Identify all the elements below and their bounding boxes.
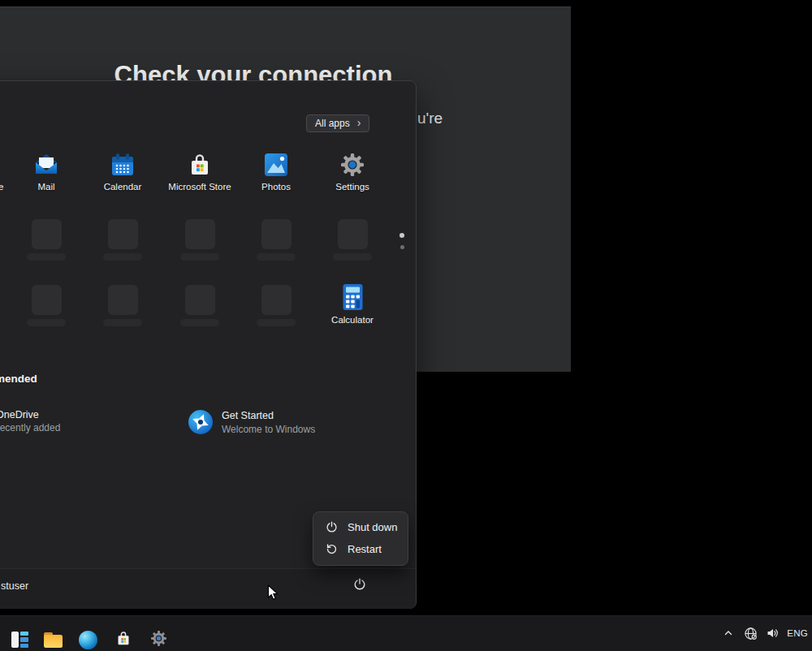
get-started-compass-icon [188,409,214,435]
app-label: Photos [240,182,313,192]
volume-icon[interactable] [765,626,780,640]
recommended-item-get-started[interactable]: Get Started Welcome to Windows [188,409,315,435]
loading-app-tile [10,285,83,326]
start-menu-bottom-bar: stuser [0,568,416,609]
power-icon [324,520,339,535]
pinned-app-settings[interactable]: Settings [316,151,389,192]
pinned-app-photos[interactable]: Photos [240,151,313,192]
clipped-app-label: e [0,182,3,192]
loading-app-tile [10,219,83,261]
loading-app-tile [316,219,389,261]
loading-app-tile [86,285,159,326]
connection-error-text-fragment: u're [417,110,443,127]
recommended-item-title: Get Started [222,410,315,421]
recommended-item-subtitle: Welcome to Windows [222,424,315,435]
page-dot[interactable] [400,245,404,249]
recommended-item-onedrive-title[interactable]: OneDrive [0,409,39,420]
pinned-app-microsoft-store[interactable]: Microsoft Store [163,151,236,192]
calendar-icon [109,151,136,179]
settings-taskbar-button[interactable] [149,630,168,649]
all-apps-label: All apps [315,118,350,129]
taskbar-tray: ENG [721,615,810,651]
restart-icon [324,542,339,557]
page-dot-active[interactable] [400,233,404,238]
network-no-internet-icon[interactable] [743,626,758,640]
start-button[interactable] [10,630,29,649]
store-icon [186,151,214,179]
mail-icon [32,151,60,179]
loading-app-tile [240,285,313,326]
desktop: Check your connection u're All apps › e … [0,0,812,651]
settings-gear-icon [339,151,366,179]
edge-icon [79,631,97,649]
recommended-heading: Recommended [0,373,37,385]
all-apps-button[interactable]: All apps › [306,114,369,132]
pinned-app-calendar[interactable]: Calendar [86,151,159,192]
pinned-app-calculator[interactable]: Calculator [316,282,389,325]
app-label: Calendar [86,182,159,192]
calculator-icon [342,282,364,312]
power-button[interactable] [345,572,374,600]
file-explorer-button[interactable] [43,630,63,649]
restart-label: Restart [348,543,382,555]
folder-icon [44,632,63,648]
settings-gear-icon [149,629,168,651]
pinned-app-mail[interactable]: Mail [10,151,83,192]
mouse-cursor [267,584,279,605]
loading-app-tile [86,219,159,261]
chevron-right-icon: › [357,117,361,128]
app-label: Calculator [316,315,389,325]
power-icon [353,578,366,594]
start-icon [11,632,28,648]
pinned-pagination-dots[interactable] [400,233,404,249]
store-icon [114,629,132,651]
loading-app-tile [240,219,313,261]
loading-app-tile [163,219,236,261]
power-options-flyout: Shut down Restart [313,511,408,566]
shut-down-menu-item[interactable]: Shut down [317,516,404,538]
language-indicator[interactable]: ENG [787,628,808,638]
user-account-button[interactable]: stuser [1,580,28,592]
app-label: Settings [316,182,389,192]
edge-browser-button[interactable] [78,630,97,649]
store-taskbar-button[interactable] [114,630,133,649]
recommended-item-onedrive-subtitle: Recently added [0,422,60,433]
app-label: Mail [10,182,83,192]
photos-icon [262,151,290,179]
app-label: Microsoft Store [163,182,236,192]
loading-app-tile [163,285,236,326]
shut-down-label: Shut down [348,521,397,533]
restart-menu-item[interactable]: Restart [317,538,404,560]
hidden-icons-chevron-button[interactable] [721,626,736,640]
